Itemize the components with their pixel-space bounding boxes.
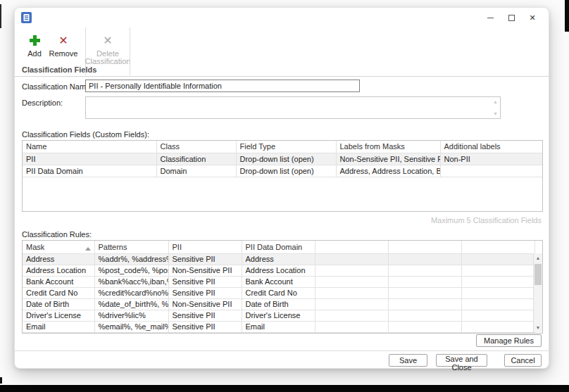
col-header-empty[interactable] [388,241,461,253]
scrollbar-thumb[interactable] [534,264,542,285]
add-label: Add [27,50,42,58]
col-header-additional-labels[interactable]: Additional labels [440,141,543,153]
cancel-button[interactable]: Cancel [504,354,542,367]
col-header-empty[interactable] [461,241,534,253]
close-icon: ✕ [529,14,535,22]
remove-x-icon: ✕ [58,32,68,48]
cell-domain: Credit Card No [242,287,315,298]
cell-patterns: %credit%card%no%,... [94,287,168,298]
cell-mask: Driver's License [23,310,94,321]
classification-name-input[interactable] [85,80,360,92]
rule-row-email[interactable]: Email %email%, %e_mail%, %... Sensitive … [23,321,534,332]
delete-classification-button[interactable]: ✕ Delete Classification [87,32,129,65]
cell-additional-labels: Non-PII [440,153,543,165]
cell-labels-from-masks: Address, Address Location, Bank Ac... [336,165,440,177]
col-header-name[interactable]: Name [23,141,156,153]
cell-field-type: Drop-down list (open) [236,165,336,177]
remove-label: Remove [49,50,78,58]
delete-classification-label: Delete Classification [85,50,131,65]
mask-header-label: Mask [26,243,44,251]
cell-name: PII Data Domain [23,165,156,177]
maximize-button[interactable] [501,9,522,26]
window-controls: ✕ [480,8,543,27]
cell-name: PII [23,153,156,165]
screen-edge-bottom [0,385,569,392]
rule-row-drivers-license[interactable]: Driver's License %driver%lic% Sensitive … [23,310,534,321]
custom-field-row-pii-data-domain[interactable]: PII Data Domain Domain Drop-down list (o… [23,165,543,177]
cell-domain: Driver's License [242,310,315,321]
save-and-close-button[interactable]: Save and Close [436,354,487,367]
rules-section-label: Classification Rules: [22,230,92,239]
scroll-up-icon[interactable]: ▲ [493,99,498,104]
cell-class: Classification [156,153,236,165]
cell-domain: Address Location [242,265,315,276]
add-plus-icon [29,32,41,48]
rule-row-address-location[interactable]: Address Location %post_code%, %postc... … [23,265,534,276]
custom-fields-table: Name Class Field Type Labels from Masks … [22,140,543,212]
footer-divider [15,350,549,351]
cell-domain: Address [242,253,315,265]
screen-edge-left-bottom [0,377,2,384]
cell-mask: Email [23,321,94,332]
cell-mask: Bank Account [23,276,94,287]
classification-rules-table: Mask Patterns PII PII Data Domain Addres… [22,240,543,334]
rule-row-credit-card-no[interactable]: Credit Card No %credit%card%no%,... Sens… [23,287,534,298]
col-header-labels-from-masks[interactable]: Labels from Masks [336,141,440,153]
col-header-class[interactable]: Class [156,141,236,153]
cell-pii: Sensitive PII [168,310,242,321]
close-button[interactable]: ✕ [522,9,543,26]
ribbon-group-label: Classification Fields [22,65,96,74]
rule-row-address[interactable]: Address %addr%, %address%,... Sensitive … [23,253,534,265]
screen-edge-right [565,0,569,32]
classification-editor-window: ✕ Add ✕ Remove ✕ Delete Classification C… [14,7,549,369]
col-header-pii[interactable]: PII [168,241,242,253]
cell-labels-from-masks: Non-Sensitive PII, Sensitive PII [336,153,440,165]
cell-patterns: %date_of_birth%, %da... [94,298,168,310]
rules-header-row: Mask Patterns PII PII Data Domain [23,241,534,253]
col-header-pii-data-domain[interactable]: PII Data Domain [242,241,315,253]
custom-field-row-pii[interactable]: PII Classification Drop-down list (open)… [23,153,543,165]
cell-patterns: %post_code%, %postc... [94,265,168,276]
ribbon-toolbar: Add ✕ Remove ✕ Delete Classification Cla… [15,27,549,77]
col-header-field-type[interactable]: Field Type [236,141,336,153]
cell-pii: Non-Sensitive PII [168,298,242,310]
description-field[interactable]: ▲ ▼ [85,96,501,119]
add-button[interactable]: Add [20,32,49,58]
scroll-down-icon[interactable]: ▼ [493,111,498,116]
scroll-down-icon[interactable]: ▼ [534,323,542,332]
cell-pii: Sensitive PII [168,276,242,287]
scroll-up-icon[interactable]: ▲ [534,253,542,263]
cell-class: Domain [156,165,236,177]
manage-rules-button[interactable]: Manage Rules [476,334,542,347]
minimize-button[interactable] [480,9,501,26]
cell-domain: Email [242,321,315,332]
cell-pii: Sensitive PII [168,321,242,332]
custom-fields-header-row: Name Class Field Type Labels from Masks … [23,141,543,153]
classification-name-label: Classification Name: [22,82,92,91]
cell-mask: Date of Birth [23,298,94,310]
minimize-icon [487,18,494,18]
col-header-empty[interactable] [315,241,388,253]
cell-domain: Date of Birth [242,298,315,310]
cell-pii: Sensitive PII [168,287,242,298]
description-label: Description: [22,99,63,107]
rule-row-bank-account[interactable]: Bank Account %bank%acc%,iban,%i... Sensi… [23,276,534,287]
col-header-patterns[interactable]: Patterns [94,241,168,253]
rule-row-date-of-birth[interactable]: Date of Birth %date_of_birth%, %da... No… [23,298,534,310]
cell-domain: Bank Account [242,276,315,287]
save-button[interactable]: Save [389,354,427,367]
screen-edge-left [0,4,1,28]
app-icon [21,12,32,23]
col-header-mask[interactable]: Mask [23,241,94,253]
maximize-icon [508,15,515,21]
cell-patterns: %driver%lic% [94,310,168,321]
cell-pii: Non-Sensitive PII [168,265,242,276]
cell-mask: Address [23,253,94,265]
cell-field-type: Drop-down list (open) [236,153,336,165]
rules-vertical-scrollbar[interactable]: ▲ ▼ [533,253,542,332]
remove-button[interactable]: ✕ Remove [47,32,80,58]
cell-patterns: %addr%, %address%,... [94,253,168,265]
cell-patterns: %email%, %e_mail%, %... [94,321,168,332]
sort-ascending-icon [85,247,91,251]
cell-additional-labels [440,165,543,177]
